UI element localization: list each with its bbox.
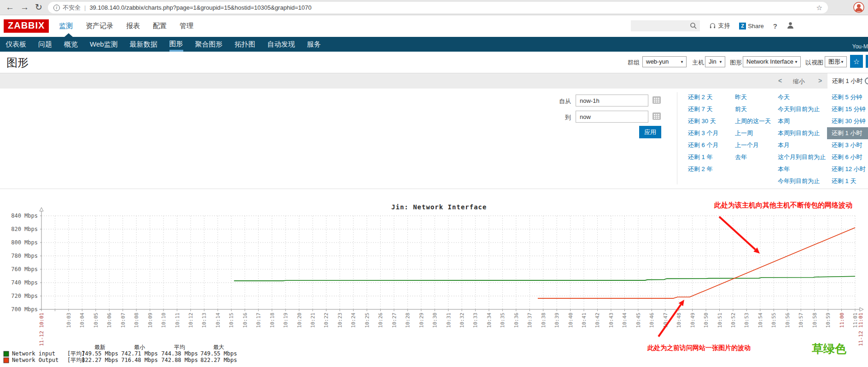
browser-profile-avatar-icon[interactable] [853, 2, 864, 13]
group-label: 群组 [628, 59, 640, 67]
annotation-text: 此处为之前访问网站一张图片的波动 [647, 344, 751, 352]
menu-item-monitoring[interactable]: 监测 [59, 22, 73, 30]
subnav-graphs[interactable]: 图形 [169, 37, 183, 52]
browser-back-icon[interactable]: ← [6, 1, 14, 13]
quick-range-link[interactable]: 上周的这一天 [735, 115, 771, 127]
graph-select[interactable]: Network Interface [743, 56, 801, 67]
subnav-latest-data[interactable]: 最新数据 [130, 37, 157, 52]
quick-range-link[interactable]: 本月 [778, 139, 826, 151]
x-axis-label: 10:56 [785, 313, 791, 328]
browser-forward-icon[interactable]: → [20, 1, 29, 13]
graph-area: 700 Mbps720 Mbps740 Mbps760 Mbps780 Mbps… [0, 189, 868, 367]
quick-range-link[interactable]: 昨天 [735, 91, 771, 103]
subnav-web[interactable]: Web监测 [90, 37, 118, 52]
security-label: 不安全 [63, 4, 81, 12]
quick-ranges-column-1: 还剩 2 天还剩 7 天还剩 30 天还剩 3 个月还剩 6 个月还剩 1 年还… [688, 91, 718, 175]
subnav-services[interactable]: 服务 [307, 37, 321, 52]
x-axis-label: 10:27 [391, 313, 397, 328]
quick-range-link[interactable]: 上一个月 [735, 139, 771, 151]
from-label: 自从 [530, 97, 571, 106]
from-calendar-button[interactable] [652, 95, 662, 106]
subnav-overview[interactable]: 概览 [64, 37, 78, 52]
to-input[interactable] [576, 111, 648, 123]
quick-range-link[interactable]: 今年到目前为止 [778, 175, 826, 187]
fullscreen-button[interactable] [866, 55, 868, 68]
quick-range-link[interactable]: 还剩 30 天 [688, 115, 718, 127]
quick-range-link[interactable]: 还剩 1 年 [688, 151, 718, 163]
subnav-problems[interactable]: 问题 [38, 37, 52, 52]
x-axis-label: 10:18 [269, 313, 275, 328]
x-axis-label: 10:45 [635, 313, 641, 328]
subnav-maps[interactable]: 拓扑图 [235, 37, 256, 52]
zabbix-header: ZABBIX 监测 资产记录 报表 配置 管理 支持 Z Share ? [0, 15, 868, 37]
subnav-discovery[interactable]: 自动发现 [268, 37, 295, 52]
legend-stat-value: 749.55 Mbps [82, 350, 118, 357]
x-axis-label: 10:55 [771, 313, 777, 328]
quick-range-link[interactable]: 还剩 1 天 [832, 175, 868, 187]
quick-range-link[interactable]: 还剩 12 小时 [832, 163, 868, 175]
share-link[interactable]: Z Share [739, 23, 764, 30]
time-range-label: 还剩 1 小时 [832, 77, 862, 84]
quick-range-link[interactable]: 还剩 1 小时 [827, 127, 868, 139]
quick-range-link[interactable]: 还剩 2 天 [688, 91, 718, 103]
quick-range-link[interactable]: 今天 [778, 91, 826, 103]
user-profile-icon[interactable] [786, 21, 794, 30]
browser-refresh-icon[interactable]: ↻ [35, 1, 42, 13]
quick-range-link[interactable]: 去年 [735, 151, 771, 163]
x-axis-label: 10:24 [350, 313, 356, 328]
zabbix-share-icon: Z [739, 23, 746, 30]
menu-item-configuration[interactable]: 配置 [153, 22, 167, 30]
quick-range-link[interactable]: 还剩 7 天 [688, 103, 718, 115]
subnav-dashboard[interactable]: 仪表板 [6, 37, 26, 52]
quick-range-link[interactable]: 上一周 [735, 127, 771, 139]
quick-range-link[interactable]: 还剩 3 个月 [688, 127, 718, 139]
quick-range-link[interactable]: 还剩 5 分钟 [832, 91, 868, 103]
quick-range-link[interactable]: 还剩 30 分钟 [832, 115, 868, 127]
time-range-tab[interactable]: 还剩 1 小时 [827, 73, 868, 89]
zabbix-logo[interactable]: ZABBIX [4, 19, 49, 33]
quick-range-link[interactable]: 还剩 3 小时 [832, 139, 868, 151]
legend-header: 平均 [174, 344, 185, 350]
zoom-out-button[interactable]: 缩小 [793, 77, 805, 86]
group-select[interactable]: web-yun [642, 56, 687, 67]
host-select[interactable]: Jin [705, 56, 725, 67]
x-axis-label: 10:16 [242, 313, 248, 328]
help-button[interactable]: ? [773, 22, 777, 30]
x-axis-label: 10:50 [703, 313, 709, 328]
subnav-screens[interactable]: 聚合图形 [195, 37, 223, 52]
view-as-select[interactable]: 图形 [825, 56, 847, 67]
filter-divider [677, 92, 677, 184]
menu-item-administration[interactable]: 管理 [180, 22, 193, 30]
address-bar[interactable]: i 不安全 | 39.108.140.0/zabbix/charts.php?p… [48, 2, 828, 13]
apply-button[interactable]: 应用 [639, 126, 661, 138]
favorite-star-button[interactable]: ☆ [850, 55, 863, 68]
time-next-icon[interactable]: > [818, 77, 822, 84]
x-axis-label: 10:33 [472, 313, 478, 328]
menu-item-reports[interactable]: 报表 [126, 22, 140, 30]
bookmark-star-icon[interactable]: ☆ [816, 4, 822, 12]
y-axis-label: 800 Mbps [11, 239, 38, 246]
browser-toolbar: ← → ↻ i 不安全 | 39.108.140.0/zabbix/charts… [0, 0, 868, 15]
to-calendar-button[interactable] [652, 112, 662, 122]
page-info-icon[interactable]: i [53, 5, 60, 11]
y-axis-label: 820 Mbps [11, 226, 38, 232]
time-prev-icon[interactable]: < [778, 77, 782, 84]
quick-range-link[interactable]: 今天到目前为止 [778, 103, 826, 115]
network-interface-chart: 700 Mbps720 Mbps740 Mbps760 Mbps780 Mbps… [0, 189, 868, 367]
quick-range-link[interactable]: 还剩 6 个月 [688, 139, 718, 151]
address-separator: | [84, 4, 86, 11]
search-icon[interactable] [690, 22, 697, 30]
quick-range-link[interactable]: 本周 [778, 115, 826, 127]
support-link[interactable]: 支持 [709, 22, 730, 30]
from-input[interactable] [576, 95, 648, 107]
monitoring-subnav: 仪表板 问题 概览 Web监测 最新数据 图形 聚合图形 拓扑图 自动发现 服务… [0, 37, 868, 52]
quick-range-link[interactable]: 还剩 6 小时 [832, 151, 868, 163]
header-search [631, 20, 700, 31]
menu-item-inventory[interactable]: 资产记录 [86, 22, 113, 30]
quick-range-link[interactable]: 还剩 15 分钟 [832, 103, 868, 115]
quick-range-link[interactable]: 本周到目前为止 [778, 127, 826, 139]
quick-range-link[interactable]: 前天 [735, 103, 771, 115]
quick-range-link[interactable]: 这个月到目前为止 [778, 151, 826, 163]
quick-range-link[interactable]: 还剩 2 年 [688, 163, 718, 175]
quick-range-link[interactable]: 本年 [778, 163, 826, 175]
